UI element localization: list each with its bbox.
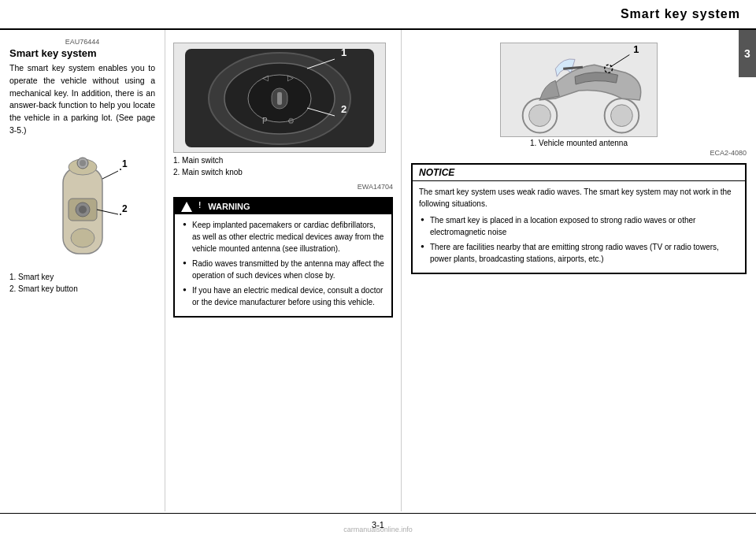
svg-point-7 (71, 228, 94, 247)
svg-point-3 (80, 160, 86, 166)
warning-exclamation: ! (198, 201, 201, 210)
svg-rect-19 (277, 92, 282, 105)
svg-point-9 (120, 169, 121, 170)
notice-item-2: There are facilities nearby that are emi… (419, 241, 739, 265)
svg-text:1: 1 (341, 46, 346, 58)
page-header: Smart key system (0, 0, 756, 30)
notice-header: NOTICE (413, 165, 745, 181)
smart-key-figure: 1 2 1. Smart key 2. Smart key button (9, 143, 155, 293)
notice-box: NOTICE The smart key system uses weak ra… (411, 163, 747, 274)
svg-line-33 (610, 54, 630, 67)
switch-caption-2: 2. Main switch knob (173, 168, 393, 176)
section-id: EAU76444 (9, 38, 155, 46)
svg-point-29 (529, 104, 551, 126)
svg-text:2: 2 (122, 203, 128, 214)
notice-intro: The smart key system uses weak radio wav… (419, 186, 739, 210)
svg-text:1: 1 (633, 45, 639, 55)
scooter-image: 1 (500, 43, 658, 137)
col-left: EAU76444 Smart key system The smart key … (0, 30, 165, 511)
main-switch-image: ◁ ▷ P ⚙ 1 2 (173, 43, 386, 153)
svg-text:▷: ▷ (287, 73, 294, 82)
svg-point-12 (120, 214, 121, 215)
content-area: EAU76444 Smart key system The smart key … (0, 30, 756, 511)
warning-item-2: Radio waves transmitted by the antenna m… (181, 258, 385, 281)
smart-key-caption-2: 2. Smart key button (9, 284, 155, 293)
image-id: ECA2-4080 (411, 149, 747, 157)
svg-point-6 (79, 206, 87, 214)
notice-item-1: The smart key is placed in a location ex… (419, 214, 739, 238)
svg-text:2: 2 (341, 103, 346, 115)
warning-triangle-icon (181, 201, 192, 212)
switch-caption-1: 1. Main switch (173, 156, 393, 165)
section-body: The smart key system enables you to oper… (9, 62, 155, 137)
main-switch-figure: ◁ ▷ P ⚙ 1 2 1. Main switch 2. Main switc… (173, 43, 393, 176)
notice-content: The smart key system uses weak radio wav… (413, 181, 745, 273)
scooter-svg: 1 (501, 45, 657, 136)
svg-line-32 (563, 67, 583, 69)
warning-content: Keep implanted pacemakers or cardiac def… (175, 214, 391, 316)
svg-text:◁: ◁ (262, 73, 269, 82)
svg-text:1: 1 (122, 158, 128, 169)
svg-point-31 (611, 104, 633, 126)
warning-item-3: If you have an electric medical device, … (181, 284, 385, 308)
svg-text:P: P (262, 117, 268, 125)
watermark: carmanualsonline.info (0, 526, 756, 533)
scooter-figure: 1 1. Vehicle mounted antenna ECA2-4080 (411, 43, 747, 157)
warning-header: ! WARNING (175, 199, 391, 214)
page-title: Smart key system (621, 7, 740, 21)
section-title: Smart key system (9, 47, 155, 59)
warning-title: WARNING (208, 202, 250, 211)
svg-line-8 (102, 171, 118, 179)
warning-box: ! WARNING Keep implanted pacemakers or c… (173, 197, 393, 318)
col-right: 1 1. Vehicle mounted antenna ECA2-4080 N… (402, 30, 756, 511)
col-middle: ◁ ▷ P ⚙ 1 2 1. Main switch 2. Main switc… (165, 30, 402, 511)
notice-list: The smart key is placed in a location ex… (419, 214, 739, 265)
warning-item-1: Keep implanted pacemakers or cardiac def… (181, 219, 385, 254)
warning-list: Keep implanted pacemakers or cardiac def… (181, 219, 385, 308)
smart-key-caption-1: 1. Smart key (9, 273, 155, 281)
svg-text:⚙: ⚙ (287, 117, 295, 125)
switch-svg: ◁ ▷ P ⚙ 1 2 (177, 45, 382, 151)
warning-id: EWA14704 (173, 183, 393, 191)
smart-key-illustration: 1 2 (35, 143, 130, 269)
scooter-caption-1: 1. Vehicle mounted antenna (411, 139, 747, 147)
